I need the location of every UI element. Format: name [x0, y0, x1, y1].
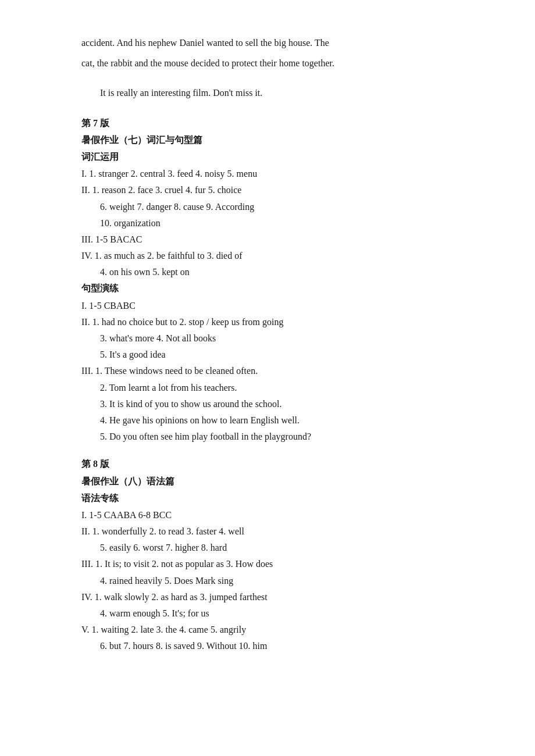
section7-II-1: II. 1. reason 2. face 3. cruel 4. fur 5.…: [81, 182, 465, 198]
section8-I: I. 1-5 CAABA 6-8 BCC: [81, 507, 465, 523]
section7-vocab-label: 词汇运用: [81, 149, 465, 165]
section8-IV-1: IV. 1. walk slowly 2. as hard as 3. jump…: [81, 589, 465, 605]
intro-line2: cat, the rabbit and the mouse decided to…: [81, 55, 465, 71]
section7-III: III. 1-5 BACAC: [81, 231, 465, 247]
section7-sIII-2: 2. Tom learnt a lot from his teachers.: [81, 380, 465, 395]
intro-line3: It is really an interesting film. Don't …: [81, 85, 465, 101]
section7-sIII-5: 5. Do you often see him play football in…: [81, 429, 465, 444]
section7-sII-3: 5. It's a good idea: [81, 347, 465, 362]
section7-header: 第 7 版: [81, 115, 465, 131]
section7-sentence-label: 句型演练: [81, 280, 465, 296]
section8-II-2: 5. easily 6. worst 7. higher 8. hard: [81, 540, 465, 555]
section8-header: 第 8 版: [81, 456, 465, 472]
section8-V-2: 6. but 7. hours 8. is saved 9. Without 1…: [81, 638, 465, 654]
intro-paragraph: accident. And his nephew Daniel wanted t…: [81, 35, 465, 101]
section-8: 第 8 版 暑假作业（八）语法篇 语法专练 I. 1-5 CAABA 6-8 B…: [81, 456, 465, 654]
intro-line1: accident. And his nephew Daniel wanted t…: [81, 35, 465, 51]
section7-sIII-1: III. 1. These windows need to be cleaned…: [81, 363, 465, 379]
section7-II-2: 6. weight 7. danger 8. cause 9. Accordin…: [81, 199, 465, 215]
section7-sIII-4: 4. He gave his opinions on how to learn …: [81, 412, 465, 428]
section7-II-3: 10. organization: [81, 215, 465, 231]
section7-title: 暑假作业（七）词汇与句型篇: [81, 132, 465, 148]
section7-IV-2: 4. on his own 5. kept on: [81, 264, 465, 280]
section7-IV-1: IV. 1. as much as 2. be faithful to 3. d…: [81, 248, 465, 263]
section8-title: 暑假作业（八）语法篇: [81, 473, 465, 489]
section8-V-1: V. 1. waiting 2. late 3. the 4. came 5. …: [81, 622, 465, 637]
section7-I: I. 1. stranger 2. central 3. feed 4. noi…: [81, 166, 465, 181]
section8-II-1: II. 1. wonderfully 2. to read 3. faster …: [81, 523, 465, 539]
section8-grammar-label: 语法专练: [81, 490, 465, 506]
section8-III-1: III. 1. It is; to visit 2. not as popula…: [81, 556, 465, 572]
section8-III-2: 4. rained heavily 5. Does Mark sing: [81, 573, 465, 589]
section7-sI: I. 1-5 CBABC: [81, 298, 465, 313]
section8-IV-2: 4. warm enough 5. It's; for us: [81, 605, 465, 621]
section-7: 第 7 版 暑假作业（七）词汇与句型篇 词汇运用 I. 1. stranger …: [81, 115, 465, 445]
section7-sII-1: II. 1. had no choice but to 2. stop / ke…: [81, 314, 465, 330]
section7-sIII-3: 3. It is kind of you to show us around t…: [81, 396, 465, 412]
section7-sII-2: 3. what's more 4. Not all books: [81, 330, 465, 346]
